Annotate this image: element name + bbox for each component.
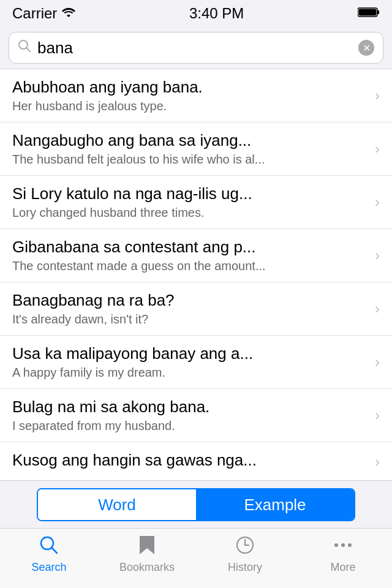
chevron-right-icon: › — [375, 353, 380, 371]
chevron-right-icon: › — [375, 87, 380, 104]
chevron-right-icon: › — [375, 247, 380, 264]
tab-bar: Search Bookmarks History More — [0, 528, 392, 588]
result-text-3: Gibanabana sa contestant ang p... The co… — [12, 238, 370, 273]
result-sub-6: I separated from my husband. — [12, 419, 370, 433]
svg-rect-2 — [358, 9, 376, 16]
chevron-right-icon: › — [375, 194, 380, 211]
status-time: 3:40 PM — [189, 5, 244, 22]
chevron-right-icon: › — [375, 407, 380, 424]
result-main-7: Kusog ang hangin sa gawas nga... — [12, 451, 370, 470]
word-tab-button[interactable]: Word — [38, 489, 196, 520]
more-tab-icon — [333, 535, 353, 559]
result-sub-3: The contestant made a guess on the amoun… — [12, 259, 370, 273]
tab-more-label: More — [330, 561, 355, 574]
tab-bookmarks[interactable]: Bookmarks — [98, 535, 196, 574]
result-main-2: Si Lory katulo na nga nag-ilis ug... — [12, 184, 370, 203]
result-item[interactable]: Kusog ang hangin sa gawas nga... › — [0, 442, 392, 480]
result-text-6: Bulag na mi sa akong bana. I separated f… — [12, 398, 370, 433]
chevron-right-icon: › — [375, 140, 380, 157]
battery-icon — [358, 7, 380, 20]
tab-search-label: Search — [31, 561, 66, 574]
result-sub-2: Lory changed husband three times. — [12, 206, 370, 220]
carrier-text: Carrier — [12, 5, 75, 22]
history-tab-icon — [235, 535, 255, 559]
svg-line-6 — [52, 548, 58, 554]
svg-point-13 — [348, 543, 352, 547]
tab-search[interactable]: Search — [0, 535, 98, 574]
result-text-7: Kusog ang hangin sa gawas nga... — [12, 451, 370, 472]
result-text-0: Abubhoan ang iyang bana. Her husband is … — [12, 78, 370, 113]
search-tab-icon — [39, 535, 59, 559]
result-sub-4: It's already dawn, isn't it? — [12, 312, 370, 326]
clear-button[interactable]: ✕ — [358, 40, 374, 56]
svg-point-11 — [334, 543, 338, 547]
result-item[interactable]: Bulag na mi sa akong bana. I separated f… — [0, 389, 392, 442]
result-sub-1: The husband felt jealous to his wife who… — [12, 153, 370, 167]
result-item[interactable]: Usa ka malipayong banay ang a... A happy… — [0, 336, 392, 389]
tab-bookmarks-label: Bookmarks — [119, 561, 175, 574]
result-item[interactable]: Gibanabana sa contestant ang p... The co… — [0, 229, 392, 282]
tab-history[interactable]: History — [196, 535, 294, 574]
status-bar: Carrier 3:40 PM — [0, 0, 392, 27]
result-main-4: Banagbanag na ra ba? — [12, 291, 370, 310]
svg-marker-7 — [140, 536, 154, 554]
results-container: Abubhoan ang iyang bana. Her husband is … — [0, 69, 392, 480]
result-item[interactable]: Si Lory katulo na nga nag-ilis ug... Lor… — [0, 176, 392, 229]
tab-more[interactable]: More — [294, 535, 392, 574]
result-main-5: Usa ka malipayong banay ang a... — [12, 344, 370, 363]
result-main-6: Bulag na mi sa akong bana. — [12, 398, 370, 417]
example-tab-button[interactable]: Example — [196, 489, 354, 520]
segmented-control-wrapper: Word Example — [0, 480, 392, 529]
result-main-0: Abubhoan ang iyang bana. — [12, 78, 370, 97]
result-text-5: Usa ka malipayong banay ang a... A happy… — [12, 344, 370, 380]
svg-point-12 — [341, 543, 345, 547]
bookmarks-tab-icon — [138, 535, 156, 559]
result-text-4: Banagbanag na ra ba? It's already dawn, … — [12, 291, 370, 326]
search-icon — [18, 39, 31, 56]
chevron-right-icon: › — [375, 453, 380, 470]
svg-line-4 — [26, 48, 30, 51]
result-main-3: Gibanabana sa contestant ang p... — [12, 238, 370, 257]
segmented-control: Word Example — [37, 488, 355, 521]
result-item[interactable]: Nangabugho ang bana sa iyang... The husb… — [0, 123, 392, 176]
search-input-wrapper[interactable]: ✕ — [9, 32, 383, 64]
svg-rect-1 — [377, 10, 379, 14]
result-item[interactable]: Banagbanag na ra ba? It's already dawn, … — [0, 282, 392, 336]
result-sub-5: A happy family is my dream. — [12, 366, 370, 380]
result-main-1: Nangabugho ang bana sa iyang... — [12, 131, 370, 150]
result-text-2: Si Lory katulo na nga nag-ilis ug... Lor… — [12, 184, 370, 220]
result-item[interactable]: Abubhoan ang iyang bana. Her husband is … — [0, 69, 392, 123]
result-text-1: Nangabugho ang bana sa iyang... The husb… — [12, 131, 370, 167]
search-bar-container: ✕ — [0, 27, 392, 69]
result-sub-0: Her husband is jealous type. — [12, 99, 370, 113]
carrier-label: Carrier — [12, 5, 57, 22]
wifi-icon — [62, 7, 75, 21]
tab-history-label: History — [228, 561, 262, 574]
chevron-right-icon: › — [375, 300, 380, 317]
search-input[interactable] — [37, 39, 358, 58]
results-list: Abubhoan ang iyang bana. Her husband is … — [0, 69, 392, 480]
